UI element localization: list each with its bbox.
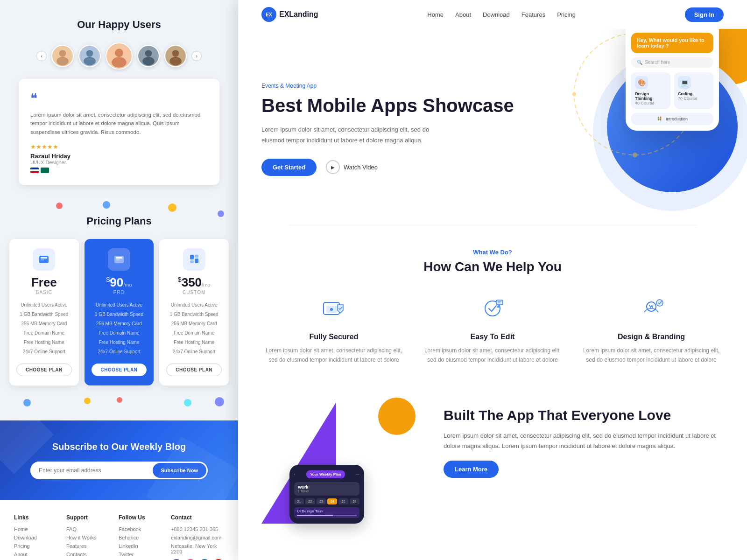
footer-contact-col: Contact +880 12345 201 365 exlanding@gma… [171, 514, 224, 560]
nav-download[interactable]: Download [483, 11, 510, 18]
features-row: Fully Secured Lorem ipsum dolor sit amet… [261, 293, 724, 365]
dot-red-bottom [117, 397, 122, 403]
built-title: Built The App That Everyone Love [444, 407, 724, 424]
testimonial-author: Razaul Hriday [30, 153, 208, 160]
nav-home[interactable]: Home [427, 11, 444, 18]
plan-custom: $350/mo CUSTOM Unlimited Users Active 1 … [159, 239, 229, 385]
plan-pro-tier: PRO [92, 290, 147, 295]
footer-link-home[interactable]: Home [14, 526, 57, 532]
plan-pro-icon [108, 248, 130, 271]
footer-link-bh[interactable]: Behance [119, 535, 162, 540]
phone-chat-bubble: Hey, What would you like to learn today … [631, 33, 713, 53]
avatars-row: ‹ › [14, 42, 224, 70]
feature-secured: Fully Secured Lorem ipsum dolor sit amet… [261, 293, 406, 365]
avatar-4[interactable] [137, 45, 160, 67]
built-phone-menu: ⋯ [356, 472, 359, 476]
subscribe-btn[interactable]: Subscribe Now [153, 463, 206, 478]
feature-design-desc: Lorem ipsum dolor sit amet, consectetur … [579, 346, 724, 365]
cal-day-25: 25 [338, 498, 348, 504]
footer-follow-col: Follow Us Facebook Behance LinkedIn Twit… [119, 514, 162, 560]
svg-point-11 [142, 57, 155, 65]
nav-about[interactable]: About [455, 11, 471, 18]
learn-more-btn[interactable]: Learn More [444, 461, 499, 478]
avatar-2[interactable] [78, 45, 101, 67]
task-label: UI Design Task [297, 509, 357, 513]
svg-point-2 [56, 57, 69, 65]
feature-design: Design & Branding Lorem ipsum dolor sit … [579, 293, 724, 365]
footer-link-about[interactable]: About [14, 552, 57, 557]
cal-day-22: 22 [305, 498, 315, 504]
svg-point-28 [633, 153, 637, 157]
plan-pro-btn[interactable]: CHOOSE PLAN [92, 364, 147, 376]
get-started-btn[interactable]: Get Started [261, 159, 317, 176]
bottom-card-icon: 🧑‍🤝‍🧑 [657, 117, 662, 121]
built-phone-calendar: 21 22 23 24 25 26 [294, 498, 359, 504]
footer-link-faq[interactable]: FAQ [66, 526, 109, 532]
feature-secured-title: Fully Secured [261, 333, 406, 341]
task-progress-fill [297, 515, 333, 516]
dot-blue-bottom [23, 399, 31, 406]
help-section: What We Do? How Can We Help You Fully Se… [238, 225, 747, 384]
hero-btns: Get Started ▶ Watch Video [261, 159, 724, 176]
svg-point-8 [112, 57, 127, 68]
stars: ★★★★★ [30, 143, 208, 150]
svg-rect-16 [41, 257, 47, 259]
svg-rect-17 [41, 259, 44, 260]
footer-link-how[interactable]: How it Works [66, 535, 109, 540]
plan-free-btn[interactable]: CHOOSE PLAN [16, 364, 72, 376]
avatar-next[interactable]: › [191, 51, 202, 61]
footer-link-fb[interactable]: Facebook [119, 526, 162, 532]
footer-link-contacts[interactable]: Contacts [66, 552, 109, 557]
svg-point-35 [647, 302, 656, 311]
watch-video-btn[interactable]: ▶ Watch Video [326, 160, 378, 174]
work-label: Work [298, 485, 356, 490]
nav-signin-btn[interactable]: Sign In [685, 7, 724, 22]
phone-card-1: 🎨 Design Thinking 40 Course [631, 72, 670, 109]
nav-features[interactable]: Features [521, 11, 545, 18]
built-desc: Lorem ipsum dolor sit amet, consectetur … [444, 431, 724, 451]
svg-point-1 [59, 50, 66, 57]
footer-links-col: Links Home Download Pricing About [14, 514, 57, 560]
plan-custom-icon [183, 248, 205, 271]
testimonial-role: UI/UX Designer [30, 160, 208, 165]
phone-card-2-icon: 💻 [678, 76, 691, 89]
svg-rect-19 [116, 257, 122, 259]
footer-link-pricing[interactable]: Pricing [14, 543, 57, 549]
phone-card-1-title: Design Thinking [635, 91, 667, 101]
built-phone-back: ‹ [294, 472, 296, 476]
testimonial-card: ❝ Lorem ipsum dolor sit amet, consectetu… [19, 79, 219, 185]
avatar-prev[interactable]: ‹ [36, 51, 47, 61]
task-count: 1 Tasks [298, 490, 356, 493]
feature-secured-desc: Lorem ipsum dolor sit amet, consectetur … [261, 346, 406, 365]
footer-link-download[interactable]: Download [14, 535, 57, 540]
svg-rect-22 [195, 255, 198, 258]
footer-section: Links Home Download Pricing About Suppor… [0, 500, 238, 560]
phone-card-2-title: Coding [678, 91, 710, 96]
feature-edit-title: Easy To Edit [420, 333, 565, 341]
plan-pro: $90/mo PRO Unlimited Users Active 1 GB B… [85, 239, 154, 385]
feature-design-icon [635, 293, 668, 326]
footer-link-tw[interactable]: Twitter [119, 552, 162, 557]
avatar-5[interactable] [164, 45, 187, 67]
footer-link-li[interactable]: LinkedIn [119, 543, 162, 549]
plan-custom-features: Unlimited Users Active 1 GB Bandwidth Sp… [166, 301, 222, 357]
footer-link-features[interactable]: Features [66, 543, 109, 549]
phone-card-1-icon: 🎨 [635, 76, 648, 89]
nav-links: Home About Download Features Pricing [427, 11, 576, 18]
right-page: EX EXLanding Home About Download Feature… [238, 0, 747, 560]
plan-free-icon [33, 248, 55, 271]
footer-follow-title: Follow Us [119, 514, 162, 521]
avatar-3[interactable] [106, 42, 133, 70]
svg-rect-34 [496, 300, 503, 305]
built-visual: ‹ Your Weekly Plan ⋯ Work 1 Tasks 21 22 … [261, 393, 420, 524]
built-phone-plan: Your Weekly Plan [306, 470, 345, 478]
avatar-1[interactable] [51, 45, 74, 67]
subscribe-email-input[interactable] [30, 462, 151, 479]
plan-custom-btn[interactable]: CHOOSE PLAN [166, 364, 222, 376]
orange-circle-built [378, 398, 416, 435]
nav-pricing[interactable]: Pricing [557, 11, 576, 18]
flag-icons [30, 168, 208, 173]
svg-rect-21 [190, 255, 194, 259]
footer-links-title: Links [14, 514, 57, 521]
watch-video-label: Watch Video [344, 164, 378, 171]
